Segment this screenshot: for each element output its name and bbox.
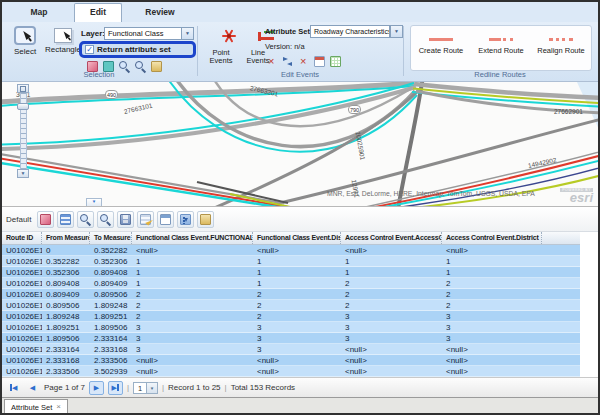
table-cell: <null>	[132, 366, 253, 376]
column-header[interactable]: Route ID	[2, 232, 42, 244]
realign-route-button[interactable]: Realign Route	[531, 26, 591, 70]
split-event-button[interactable]	[265, 55, 278, 68]
column-header[interactable]: To Measure	[90, 232, 132, 244]
table-cell: U01026E1	[2, 344, 42, 354]
point-events-button[interactable]: Point Events	[203, 28, 239, 65]
attribute-set-tab[interactable]: Attribute Set ×	[4, 399, 68, 414]
table-cell	[542, 289, 580, 299]
event-table-button[interactable]	[329, 55, 342, 68]
attribute-window-button[interactable]	[157, 211, 174, 228]
table-cell: 2.333164	[42, 344, 90, 354]
table-header: Route ID From Measure To Measure Functio…	[2, 232, 580, 245]
last-page-button[interactable]: ▶	[108, 381, 123, 395]
tab-map[interactable]: Map	[16, 4, 62, 21]
snap-event-button[interactable]	[297, 55, 310, 68]
table-row[interactable]: U01026E10.8094080.8094091122	[2, 278, 580, 289]
zoom-to-selection-button[interactable]	[77, 211, 94, 228]
zoom-slider[interactable]: ▼	[17, 84, 29, 178]
map-attribution: MNR, Esri, DeLorme, HERE, Intermap, TomT…	[327, 190, 535, 197]
tab-review[interactable]: Review	[134, 4, 186, 21]
rectangle-select-button[interactable]: Rectangle	[44, 26, 82, 54]
column-header[interactable]: From Measure	[42, 232, 90, 244]
attribute-set-select[interactable]: Roadway Characteristics	[310, 25, 390, 38]
extend-route-button[interactable]: Extend Route	[471, 26, 531, 70]
table-row[interactable]: U01026E12.3335063.502939<null><null><nul…	[2, 366, 580, 377]
return-attribute-set-label: Return attribute set	[97, 45, 171, 54]
select-button[interactable]: Select	[6, 26, 44, 56]
chevron-down-icon[interactable]: ▼	[181, 27, 194, 40]
event-attributes-button[interactable]	[313, 55, 326, 68]
point-events-label: Point Events	[210, 48, 233, 65]
table-cell: 2.333164	[90, 333, 132, 343]
road-label: 27662901	[554, 108, 583, 115]
table-cell: <null>	[132, 355, 253, 365]
table-cell: 3	[132, 322, 253, 332]
chevron-down-icon[interactable]: ▼	[390, 25, 403, 38]
select-label: Select	[6, 47, 44, 56]
table-row[interactable]: U01026E10.8094090.8095062222	[2, 289, 580, 300]
pan-to-selection-icon	[100, 214, 111, 225]
sort-button[interactable]	[177, 211, 194, 228]
table-cell: 1.809251	[90, 311, 132, 321]
column-header[interactable]: Access Control Event.AccessControl	[341, 232, 442, 244]
table-row[interactable]: U01026E100.352282<null><null><null><null…	[2, 245, 580, 256]
table-row[interactable]: U01026E10.8095061.8092482222	[2, 300, 580, 311]
table-row[interactable]: U01026E12.3331642.33316833<null><null>	[2, 344, 580, 355]
table-row[interactable]: U01026E11.8092511.8095063333	[2, 322, 580, 333]
close-icon[interactable]: ×	[56, 403, 61, 411]
table-row[interactable]: U01026E12.3331682.333506<null><null><nul…	[2, 355, 580, 366]
map-view[interactable]: 3001276631012766320127662901100259011299…	[2, 82, 598, 207]
column-header[interactable]: Functional Class Event.FUNCTIONALCLASS	[132, 232, 253, 244]
slider-bottom-button[interactable]: ▼	[17, 169, 29, 178]
eraser-button[interactable]	[37, 211, 54, 228]
table-cell: U01026E1	[2, 267, 42, 277]
create-route-button[interactable]: Create Route	[411, 26, 471, 70]
point-events-icon	[203, 28, 239, 46]
selection-group-label: Selection	[2, 70, 196, 79]
edit-attributes-button[interactable]	[137, 211, 154, 228]
return-attribute-set-highlight: ✓ Return attribute set	[79, 41, 196, 58]
table-cell	[542, 278, 580, 288]
export-button[interactable]	[197, 211, 214, 228]
column-header[interactable]: Access Control Event.District	[442, 232, 542, 244]
table-cell: 2.333506	[90, 355, 132, 365]
next-page-button[interactable]: ▶	[89, 381, 104, 395]
zoom-slider-handle[interactable]	[17, 103, 29, 110]
column-header[interactable]: Functional Class Event.District	[253, 232, 341, 244]
table-cell: <null>	[442, 245, 542, 255]
prev-page-button[interactable]: ◀	[25, 381, 40, 395]
table-row[interactable]: U01026E10.3523060.8094081111	[2, 267, 580, 278]
slider-top-button[interactable]	[17, 84, 29, 93]
realign-route-icon	[531, 34, 591, 44]
merge-event-button[interactable]	[281, 55, 294, 68]
save-button[interactable]	[117, 211, 134, 228]
select-cursor-icon	[14, 26, 36, 45]
attribute-set-tab-label: Attribute Set	[11, 403, 52, 412]
table-cell: 3	[253, 344, 341, 354]
redline-routes-group-label: Redline Routes	[404, 70, 596, 79]
table-row[interactable]: U01026E10.3522820.3523061111	[2, 256, 580, 267]
list-view-button[interactable]	[57, 211, 74, 228]
table-cell: <null>	[442, 344, 542, 354]
road-label: 27663101	[123, 102, 153, 115]
table-cell: 3	[442, 322, 542, 332]
collapse-table-button[interactable]: ▼	[86, 198, 102, 206]
table-cell: U01026E1	[2, 300, 42, 310]
table-cell: 1.809506	[42, 333, 90, 343]
zoom-slider-track[interactable]	[20, 93, 27, 169]
layer-select[interactable]: Functional Class	[104, 27, 182, 40]
table-row[interactable]: U01026E11.8095062.3331643333	[2, 333, 580, 344]
table-cell: 2	[253, 300, 341, 310]
first-page-button[interactable]: ◀	[6, 381, 21, 395]
pan-to-selection-button[interactable]	[97, 211, 114, 228]
page-select[interactable]: 1 ▼	[133, 382, 158, 394]
tab-edit[interactable]: Edit	[74, 3, 122, 22]
merge-event-icon	[282, 56, 293, 67]
table-cell: 2	[442, 278, 542, 288]
table-cell: <null>	[341, 366, 442, 376]
table-row[interactable]: U01026E11.8092481.8092512233	[2, 311, 580, 322]
table-cell: 2	[341, 300, 442, 310]
attribute-set-label: Attribute Set:	[265, 27, 313, 36]
return-attribute-set-checkbox[interactable]: ✓	[85, 45, 94, 54]
table-cell: 1.809248	[90, 300, 132, 310]
